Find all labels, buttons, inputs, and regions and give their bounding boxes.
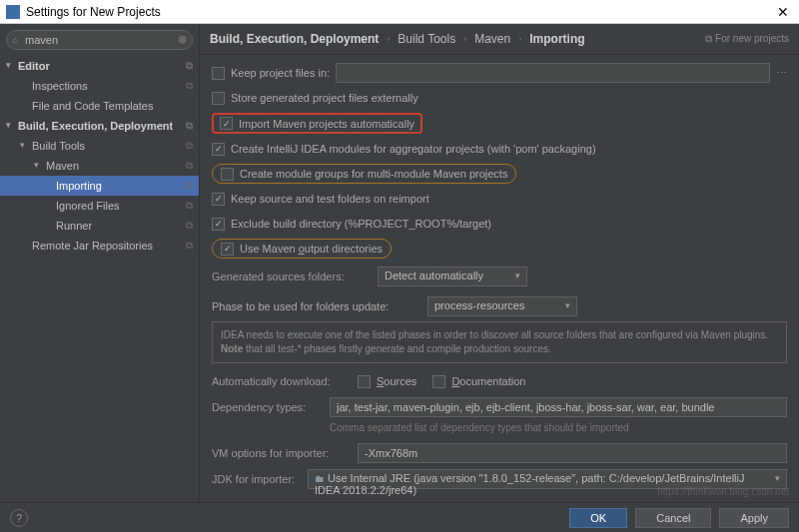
main: ⌕ ⊗ Editor⧉ Inspections⧉ File and Code T…: [0, 24, 799, 502]
apply-button[interactable]: Apply: [719, 508, 789, 528]
chk-use-output[interactable]: [221, 243, 234, 256]
chk-keep-source[interactable]: [212, 193, 225, 206]
search-input[interactable]: [6, 30, 193, 50]
copy-icon: ⧉: [186, 160, 193, 172]
chevron-right-icon: ›: [518, 34, 521, 44]
chk-documentation[interactable]: [432, 375, 445, 388]
copy-icon: ⧉: [186, 80, 193, 92]
crumb-maven[interactable]: Maven: [474, 32, 510, 46]
lbl-phase: Phase to be used for folders update:: [212, 300, 421, 312]
chk-create-modules[interactable]: [212, 143, 225, 156]
chk-sources[interactable]: [358, 375, 371, 388]
close-icon[interactable]: ✕: [773, 4, 793, 20]
chk-keep-files[interactable]: [212, 67, 225, 80]
lbl-keep-source: Keep source and test folders on reimport: [231, 193, 429, 205]
form: Keep project files in: ⋯ Store generated…: [200, 55, 799, 502]
folder-icon: 🖿: [315, 473, 325, 484]
lbl-dep-types: Dependency types:: [212, 401, 324, 413]
lbl-jdk: JDK for importer:: [212, 473, 302, 485]
tree-importing[interactable]: Importing⧉: [0, 176, 199, 196]
copy-icon: ⧉: [186, 220, 193, 232]
input-vm[interactable]: [358, 443, 787, 463]
titlebar: Settings for New Projects ✕: [0, 0, 799, 24]
copy-icon: ⧉: [186, 200, 193, 212]
window-title: Settings for New Projects: [26, 5, 773, 19]
app-icon: [6, 5, 20, 19]
lbl-create-modules: Create IntelliJ IDEA modules for aggrega…: [231, 143, 596, 155]
crumb-bed[interactable]: Build, Execution, Deployment: [210, 32, 379, 46]
copy-icon: ⧉: [186, 240, 193, 252]
search-clear-icon[interactable]: ⊗: [178, 33, 187, 46]
crumb-build-tools[interactable]: Build Tools: [398, 32, 455, 46]
phase-note: IDEA needs to execute one of the listed …: [212, 321, 787, 363]
search-wrap: ⌕ ⊗: [0, 24, 199, 56]
tree-runner[interactable]: Runner⧉: [0, 216, 199, 236]
footer: ? OK Cancel Apply: [0, 502, 799, 532]
crumb-importing: Importing: [529, 32, 584, 46]
copy-icon: ⧉: [705, 33, 712, 44]
chk-exclude-build[interactable]: [212, 218, 225, 231]
chk-store-generated[interactable]: [212, 92, 225, 105]
help-button[interactable]: ?: [10, 509, 28, 527]
select-jdk[interactable]: 🖿Use Internal JRE (java version "1.8.0_1…: [308, 469, 787, 489]
select-generated[interactable]: Detect automatically: [378, 266, 527, 286]
browse-icon[interactable]: ⋯: [776, 67, 787, 80]
copy-icon: ⧉: [186, 140, 193, 152]
tree-remote-jar[interactable]: Remote Jar Repositories⧉: [0, 236, 199, 256]
tree-editor[interactable]: Editor⧉: [0, 56, 199, 76]
content: Build, Execution, Deployment › Build Too…: [200, 24, 799, 502]
settings-tree: Editor⧉ Inspections⧉ File and Code Templ…: [0, 56, 199, 502]
chk-create-groups[interactable]: [221, 168, 234, 181]
lbl-vm: VM options for importer:: [212, 447, 352, 459]
search-icon: ⌕: [12, 34, 18, 45]
lbl-exclude-build: Exclude build directory (%PROJECT_ROOT%/…: [231, 218, 491, 230]
tree-bed[interactable]: Build, Execution, Deployment⧉: [0, 116, 199, 136]
ok-button[interactable]: OK: [569, 508, 627, 528]
copy-icon: ⧉: [186, 180, 193, 192]
lbl-use-output: Use Maven output directories: [240, 243, 383, 255]
chevron-right-icon: ›: [463, 34, 466, 44]
chk-import-auto[interactable]: [220, 117, 233, 130]
chevron-right-icon: ›: [387, 34, 390, 44]
tree-build-tools[interactable]: Build Tools⧉: [0, 136, 199, 156]
lbl-create-groups: Create module groups for multi-module Ma…: [240, 168, 507, 180]
copy-icon: ⧉: [186, 120, 193, 132]
breadcrumb: Build, Execution, Deployment › Build Too…: [200, 24, 799, 55]
tree-file-templates[interactable]: File and Code Templates: [0, 96, 199, 116]
copy-icon: ⧉: [186, 60, 193, 72]
cancel-button[interactable]: Cancel: [635, 508, 711, 528]
lbl-auto-download: Automatically download:: [212, 375, 352, 387]
lbl-documentation: Documentation: [451, 375, 525, 387]
dep-hint: Comma separated list of dependency types…: [330, 422, 787, 433]
scope-badge: ⧉For new projects: [705, 33, 789, 45]
lbl-import-auto: Import Maven projects automatically: [239, 118, 414, 130]
lbl-store-generated: Store generated project files externally: [231, 92, 418, 104]
tree-inspections[interactable]: Inspections⧉: [0, 76, 199, 96]
select-phase[interactable]: process-resources: [427, 296, 577, 316]
tree-ignored[interactable]: Ignored Files⧉: [0, 196, 199, 216]
lbl-keep-files: Keep project files in:: [231, 67, 330, 79]
tree-maven[interactable]: Maven⧉: [0, 156, 199, 176]
lbl-generated: Generated sources folders:: [212, 270, 372, 282]
lbl-sources: Sources: [377, 375, 416, 387]
input-keep-files[interactable]: [336, 63, 770, 83]
input-dep-types[interactable]: [330, 397, 787, 417]
sidebar: ⌕ ⊗ Editor⧉ Inspections⧉ File and Code T…: [0, 24, 200, 502]
